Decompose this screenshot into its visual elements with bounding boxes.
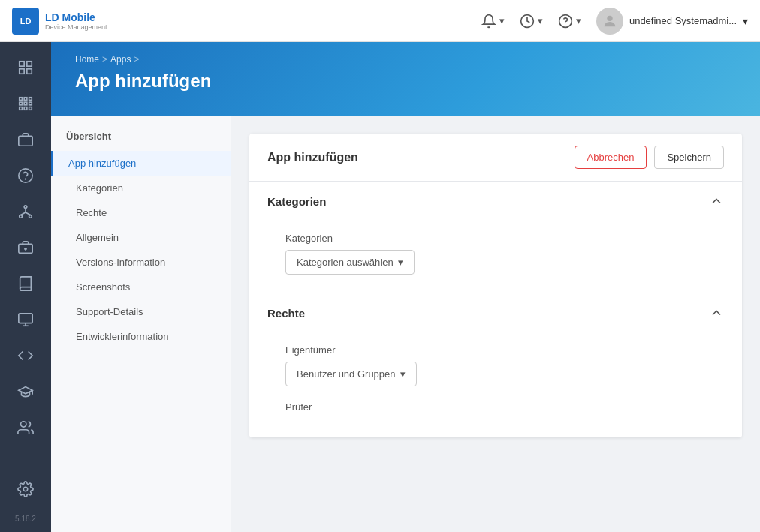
nav-item-support[interactable]: Support-Details <box>51 299 231 324</box>
svg-rect-11 <box>20 102 23 105</box>
svg-rect-29 <box>19 314 32 323</box>
svg-rect-16 <box>29 107 32 110</box>
content-area: Home > Apps > App hinzufügen Übersicht A… <box>51 42 760 532</box>
logo-area: LD LD Mobile Device Management <box>12 8 107 35</box>
eigentuemer-field-label: Eigentümer <box>285 344 706 356</box>
notifications-button[interactable]: ▾ <box>481 14 505 29</box>
rechte-section: Rechte Eigentümer Benutzer und Gruppen ▾ <box>249 293 742 437</box>
nav-item-allgemein[interactable]: Allgemein <box>51 225 231 250</box>
svg-line-25 <box>26 212 30 215</box>
add-app-card: App hinzufügen Abbrechen Speichern Kateg… <box>249 134 742 437</box>
nav-item-versions[interactable]: Versions-Information <box>51 250 231 275</box>
eigentuemer-select-button[interactable]: Benutzer und Gruppen ▾ <box>285 362 417 386</box>
logo-text: LD Mobile Device Management <box>45 11 107 31</box>
svg-point-22 <box>29 215 32 218</box>
user-menu[interactable]: undefined Systemadmi... ▾ <box>596 8 748 35</box>
sync-button[interactable]: ▾ <box>520 14 543 29</box>
svg-rect-6 <box>20 69 24 74</box>
kategorien-body: Kategorien Kategorien auswählen ▾ <box>249 221 742 293</box>
nav-item-rechte[interactable]: Rechte <box>51 200 231 225</box>
sync-chevron: ▾ <box>538 15 543 26</box>
version-label: 5.18.2 <box>15 515 36 523</box>
sidebar-icon-apps[interactable] <box>9 87 42 120</box>
svg-point-32 <box>21 422 26 427</box>
sidebar-icon-help[interactable] <box>9 159 42 192</box>
eigentuemer-chevron: ▾ <box>400 368 406 380</box>
icon-sidebar: 5.18.2 <box>0 42 51 532</box>
breadcrumb-sep1: > <box>102 54 107 65</box>
svg-point-21 <box>20 215 23 218</box>
svg-rect-12 <box>24 102 27 105</box>
page-header: Home > Apps > App hinzufügen <box>51 42 760 116</box>
rechte-section-header[interactable]: Rechte <box>249 293 742 332</box>
kategorien-section: Kategorien Kategorien Kategorien auswähl… <box>249 182 742 293</box>
top-navbar: LD LD Mobile Device Management ▾ ▾ ▾ und… <box>0 0 760 42</box>
sidebar-icon-dashboard[interactable] <box>9 51 42 84</box>
rechte-body: Eigentümer Benutzer und Gruppen ▾ Prüfer <box>249 332 742 437</box>
svg-rect-10 <box>29 98 32 101</box>
cancel-button[interactable]: Abbrechen <box>575 146 647 169</box>
svg-rect-15 <box>24 107 27 110</box>
kategorien-chevron-icon <box>709 194 724 209</box>
avatar <box>596 8 623 35</box>
main-content: App hinzufügen Abbrechen Speichern Kateg… <box>231 116 760 532</box>
notifications-chevron: ▾ <box>499 15 505 26</box>
svg-rect-7 <box>27 69 32 74</box>
card-title: App hinzufügen <box>267 151 358 164</box>
help-button[interactable]: ▾ <box>558 14 581 29</box>
svg-point-3 <box>607 15 612 20</box>
sidebar-icon-hierarchy[interactable] <box>9 195 42 228</box>
sidebar-icon-settings[interactable] <box>9 473 42 506</box>
sidebar-icon-book[interactable] <box>9 267 42 300</box>
rechte-title: Rechte <box>267 307 305 320</box>
svg-rect-4 <box>20 62 24 66</box>
rechte-chevron-icon <box>709 305 724 320</box>
nav-section-title: Übersicht <box>51 131 231 151</box>
top-nav-right: ▾ ▾ ▾ undefined Systemadmi... ▾ <box>481 8 748 35</box>
logo-title: LD Mobile <box>45 11 107 23</box>
svg-point-19 <box>26 179 26 179</box>
card-header: App hinzufügen Abbrechen Speichern <box>249 134 742 182</box>
pruefer-field-label: Prüfer <box>285 401 706 413</box>
svg-point-20 <box>24 206 27 209</box>
sidebar-icon-monitor[interactable] <box>9 303 42 336</box>
logo-subtitle: Device Management <box>45 23 107 31</box>
nav-item-entwickler[interactable]: Entwicklerinformation <box>51 324 231 349</box>
svg-rect-17 <box>19 136 32 146</box>
svg-rect-5 <box>27 62 32 66</box>
svg-rect-14 <box>20 107 23 110</box>
breadcrumb: Home > Apps > <box>75 54 736 65</box>
logo-icon: LD <box>12 8 39 35</box>
page-title: App hinzufügen <box>75 71 736 92</box>
kategorien-field-label: Kategorien <box>285 233 706 244</box>
main-layout: 5.18.2 Home > Apps > App hinzufügen Über… <box>0 42 760 532</box>
body-area: Übersicht App hinzufügen Kategorien Rech… <box>51 116 760 532</box>
svg-point-33 <box>23 487 28 491</box>
breadcrumb-apps[interactable]: Apps <box>110 54 131 65</box>
nav-item-kategorien[interactable]: Kategorien <box>51 176 231 200</box>
nav-item-app-hinzufugen[interactable]: App hinzufügen <box>51 151 231 176</box>
sidebar-icon-briefcase[interactable] <box>9 123 42 156</box>
svg-rect-9 <box>24 98 27 101</box>
sidebar-icon-code[interactable] <box>9 339 42 372</box>
sidebar-icon-graduation[interactable] <box>9 375 42 408</box>
sidebar-icon-users[interactable] <box>9 411 42 444</box>
nav-sidebar: Übersicht App hinzufügen Kategorien Rech… <box>51 116 231 532</box>
nav-item-screenshots[interactable]: Screenshots <box>51 275 231 299</box>
user-chevron: ▾ <box>743 15 748 27</box>
kategorien-title: Kategorien <box>267 195 326 208</box>
svg-rect-8 <box>20 98 23 101</box>
svg-line-24 <box>21 212 26 215</box>
user-name: undefined Systemadmi... <box>629 15 737 26</box>
help-chevron: ▾ <box>576 15 581 26</box>
save-button[interactable]: Speichern <box>654 146 724 169</box>
breadcrumb-sep2: > <box>134 54 139 65</box>
breadcrumb-home[interactable]: Home <box>75 54 99 65</box>
svg-rect-13 <box>29 102 32 105</box>
card-actions: Abbrechen Speichern <box>575 146 724 169</box>
kategorien-select-button[interactable]: Kategorien auswählen ▾ <box>285 250 415 275</box>
sidebar-icon-tools[interactable] <box>9 231 42 264</box>
svg-point-18 <box>19 169 32 182</box>
kategorien-select-chevron: ▾ <box>398 257 403 268</box>
kategorien-section-header[interactable]: Kategorien <box>249 182 742 221</box>
